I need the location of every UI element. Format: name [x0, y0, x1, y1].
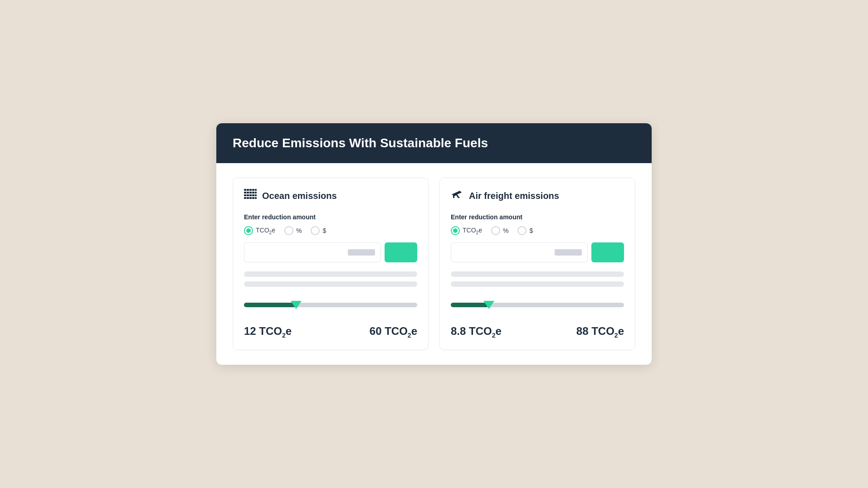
air-radio-group: TCO2e % $	[451, 226, 624, 235]
ocean-radio-dollar[interactable]: $	[311, 226, 326, 235]
ocean-panel-header: Ocean emissions	[244, 189, 417, 203]
ocean-radio-pct-circle[interactable]	[284, 226, 293, 235]
ocean-slider-thumb[interactable]	[291, 301, 302, 309]
air-slider-track[interactable]	[451, 303, 624, 307]
ocean-text-input[interactable]	[244, 242, 381, 262]
page-title: Reduce Emissions With Sustainable Fuels	[233, 136, 635, 150]
air-text-input[interactable]	[451, 242, 588, 262]
airplane-icon	[451, 189, 463, 203]
air-stat-total: 88 TCO2e	[576, 325, 624, 339]
air-radio-pct-label: %	[503, 227, 508, 234]
air-radio-dollar[interactable]: $	[517, 226, 533, 235]
air-skeleton-line-2	[451, 281, 624, 287]
svg-rect-7	[254, 189, 255, 199]
ocean-emissions-panel: Ocean emissions Enter reduction amount T…	[233, 178, 429, 350]
svg-rect-4	[246, 189, 247, 199]
air-stat-current: 8.8 TCO2e	[451, 325, 502, 339]
air-input-row	[451, 242, 624, 262]
ocean-stats-row: 12 TCO2e 60 TCO2e	[244, 325, 417, 339]
air-panel-header: Air freight emissions	[451, 189, 624, 203]
ocean-stat-total: 60 TCO2e	[370, 325, 417, 339]
air-slider-container[interactable]	[451, 296, 624, 314]
svg-rect-6	[252, 189, 252, 199]
air-radio-pct-circle[interactable]	[491, 226, 500, 235]
ocean-skeleton-lines	[244, 271, 417, 287]
air-skeleton-lines	[451, 271, 624, 287]
ocean-radio-tco2e-circle[interactable]	[244, 226, 253, 235]
air-section-label: Enter reduction amount	[451, 213, 624, 221]
air-input-placeholder-bar	[555, 249, 582, 256]
air-radio-tco2e-circle[interactable]	[451, 226, 460, 235]
card-body: Ocean emissions Enter reduction amount T…	[216, 163, 652, 365]
ocean-apply-button[interactable]	[385, 242, 417, 262]
air-radio-tco2e-label: TCO2e	[463, 227, 482, 235]
svg-rect-5	[249, 189, 249, 199]
ocean-skeleton-line-1	[244, 271, 417, 277]
ocean-input-placeholder-bar	[348, 249, 375, 256]
ocean-radio-group: TCO2e % $	[244, 226, 417, 235]
ocean-radio-dollar-circle[interactable]	[311, 226, 320, 235]
air-skeleton-line-1	[451, 271, 624, 277]
ocean-icon	[244, 189, 257, 203]
air-radio-dollar-circle[interactable]	[517, 226, 527, 235]
ocean-slider-fill	[244, 303, 296, 307]
ocean-stat-current: 12 TCO2e	[244, 325, 292, 339]
ocean-slider-track[interactable]	[244, 303, 417, 307]
ocean-radio-pct[interactable]: %	[284, 226, 302, 235]
ocean-input-row	[244, 242, 417, 262]
air-apply-button[interactable]	[591, 242, 624, 262]
air-slider-thumb[interactable]	[483, 301, 494, 309]
air-stats-row: 8.8 TCO2e 88 TCO2e	[451, 325, 624, 339]
main-card: Reduce Emissions With Sustainable Fuels	[216, 123, 652, 365]
ocean-radio-tco2e[interactable]: TCO2e	[244, 226, 275, 235]
ocean-panel-title: Ocean emissions	[262, 191, 337, 201]
ocean-radio-dollar-label: $	[322, 227, 326, 234]
air-emissions-panel: Air freight emissions Enter reduction am…	[439, 178, 635, 350]
card-header: Reduce Emissions With Sustainable Fuels	[216, 123, 652, 163]
ocean-radio-pct-label: %	[296, 227, 302, 234]
ocean-slider-container[interactable]	[244, 296, 417, 314]
air-radio-dollar-label: $	[529, 227, 533, 234]
air-radio-tco2e[interactable]: TCO2e	[451, 226, 482, 235]
ocean-section-label: Enter reduction amount	[244, 213, 417, 221]
ocean-skeleton-line-2	[244, 281, 417, 287]
air-panel-title: Air freight emissions	[469, 191, 559, 201]
air-radio-pct[interactable]: %	[491, 226, 508, 235]
ocean-radio-tco2e-label: TCO2e	[256, 227, 275, 235]
